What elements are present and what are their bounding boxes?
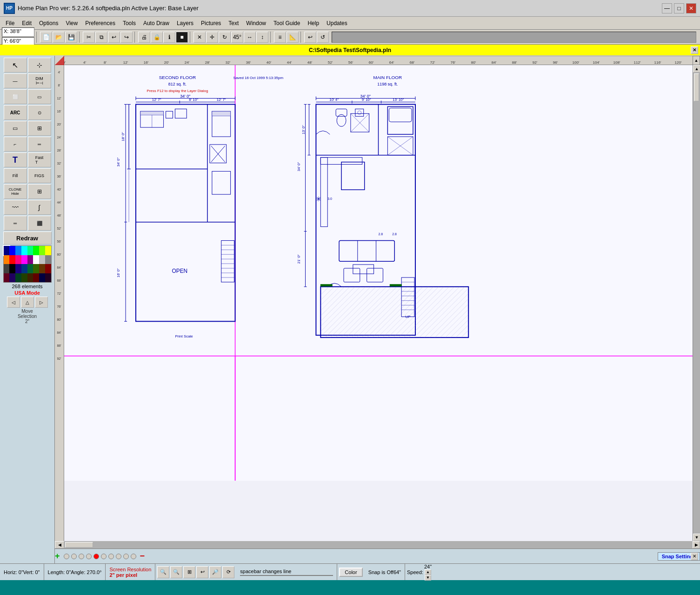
open-button[interactable]: 📂 <box>53 32 65 43</box>
symbol-tool[interactable]: ⊞ <box>28 184 51 199</box>
speed-down-button[interactable]: ▼ <box>425 575 431 581</box>
zoom-refresh-button[interactable]: ⟳ <box>222 566 234 578</box>
zoom-fit-button[interactable]: ⊞ <box>183 566 195 578</box>
menu-options[interactable]: Options <box>35 17 62 29</box>
rect-outline-tool[interactable]: ⬜ <box>4 89 27 104</box>
wave-tool[interactable]: 〰 <box>4 200 27 215</box>
layer-dot-10[interactable] <box>131 554 136 559</box>
color-cell-25[interactable] <box>9 273 15 283</box>
arrow-tool[interactable]: ↖ <box>4 58 27 73</box>
scroll-up-button[interactable]: ▲ <box>693 56 700 65</box>
curve-tool[interactable]: ∫ <box>28 200 51 215</box>
dim-tool[interactable]: DIM ⊢⊣ <box>28 73 51 88</box>
layer-dot-9[interactable] <box>123 554 129 559</box>
rotate45-button[interactable]: 45° <box>231 32 243 43</box>
color-cell-20[interactable] <box>27 264 33 273</box>
redo-button[interactable]: ↪ <box>120 32 133 43</box>
zoom-prev-button[interactable]: ↩ <box>196 566 208 578</box>
figs-tool[interactable]: FIGS <box>28 168 51 183</box>
flip-h-button[interactable]: ↔ <box>244 32 256 43</box>
minimize-button[interactable]: — <box>662 3 672 13</box>
color-cell-17[interactable] <box>9 264 15 273</box>
color-cell-6[interactable] <box>39 246 45 255</box>
color-cell-9[interactable] <box>9 255 15 264</box>
color-cell-14[interactable] <box>39 255 45 264</box>
layer-dot-active[interactable] <box>93 554 99 559</box>
zoom-out-button[interactable]: 🔍 <box>170 566 182 578</box>
color-cell-10[interactable] <box>15 255 21 264</box>
close-button[interactable]: ✕ <box>686 3 696 13</box>
remove-layer-button[interactable]: − <box>140 551 145 561</box>
menu-toolguide[interactable]: Tool Guide <box>270 17 304 29</box>
scroll-thumb-v[interactable] <box>694 73 699 101</box>
rect-tool[interactable]: ▭ <box>28 89 51 104</box>
list-button[interactable]: ≡ <box>274 32 286 43</box>
menu-autodraw[interactable]: Auto Draw <box>140 17 173 29</box>
color-cell-24[interactable] <box>4 273 10 283</box>
line-tool[interactable]: — <box>4 73 27 88</box>
layer-dot-7[interactable] <box>108 554 114 559</box>
menu-pictures[interactable]: Pictures <box>197 17 225 29</box>
color-cell-29[interactable] <box>33 273 39 283</box>
scroll-up-button[interactable]: ▲ <box>693 65 700 73</box>
drawing-area[interactable]: SECOND FLOOR 812 sq. ft. Press F12 to di… <box>64 65 693 541</box>
dot-bar-close-button[interactable]: ✕ <box>691 553 698 560</box>
undo-button[interactable]: ↩ <box>108 32 120 43</box>
box-tool[interactable]: ⬛ <box>28 216 51 231</box>
clone-tool[interactable]: CLONE Hide <box>4 184 27 199</box>
color-cell-22[interactable] <box>39 264 45 273</box>
color-cell-28[interactable] <box>27 273 33 283</box>
color-cell-16[interactable] <box>4 264 10 273</box>
step-tool[interactable]: ═ <box>28 137 51 152</box>
menu-help[interactable]: Help <box>304 17 323 29</box>
menu-window[interactable]: Window <box>242 17 270 29</box>
color-cell-13[interactable] <box>33 255 39 264</box>
scroll-thumb-h[interactable] <box>65 542 93 548</box>
select-tool[interactable]: ⊹ <box>28 58 51 73</box>
wall-tool[interactable]: ▭ <box>4 121 27 136</box>
circle-tool[interactable]: ⊙ <box>28 105 51 120</box>
menu-tools[interactable]: Tools <box>119 17 140 29</box>
refresh-button[interactable]: ↺ <box>317 32 329 43</box>
color-cell-7[interactable] <box>45 246 51 255</box>
speed-up-button[interactable]: ▲ <box>425 569 431 575</box>
color-button[interactable]: Color <box>339 568 362 577</box>
color-cell-3[interactable] <box>21 246 27 255</box>
arc-tool[interactable]: ARC <box>4 105 27 120</box>
add-layer-button[interactable]: + <box>55 551 60 561</box>
menu-preferences[interactable]: Preferences <box>81 17 119 29</box>
color-cell-2[interactable] <box>15 246 21 255</box>
cut-button[interactable]: ✂ <box>83 32 95 43</box>
measure-button[interactable]: 📐 <box>287 32 299 43</box>
scroll-left-end-button[interactable]: ◀ <box>55 541 64 549</box>
scroll-track-v[interactable] <box>693 73 700 534</box>
color-cell-19[interactable] <box>21 264 27 273</box>
color-cell-31[interactable] <box>45 273 51 283</box>
layer-dot-3[interactable] <box>79 554 84 559</box>
select-button[interactable]: ✕ <box>193 32 206 43</box>
color-cell-12[interactable] <box>27 255 33 264</box>
fill-button[interactable]: ■ <box>176 32 188 43</box>
color-cell-27[interactable] <box>21 273 27 283</box>
move-up-button[interactable]: △ <box>21 297 34 308</box>
text-tool[interactable]: T <box>4 152 27 167</box>
menu-layers[interactable]: Layers <box>173 17 197 29</box>
scroll-right-end-button[interactable]: ▶ <box>693 541 700 549</box>
copy-button[interactable]: ⧉ <box>95 32 107 43</box>
color-cell-4[interactable] <box>27 246 33 255</box>
menu-updates[interactable]: Updates <box>323 17 351 29</box>
save-button[interactable]: 💾 <box>65 32 77 43</box>
h-scroll-track[interactable] <box>64 541 693 549</box>
info-button[interactable]: ℹ <box>163 32 175 43</box>
menu-text[interactable]: Text <box>225 17 242 29</box>
scroll-down-button[interactable]: ▼ <box>693 534 700 541</box>
zoom-in-button[interactable]: 🔍 <box>157 566 169 578</box>
move-button[interactable]: ✛ <box>206 32 218 43</box>
path-bar-close-button[interactable]: ✕ <box>691 46 698 54</box>
redraw-button[interactable]: Redraw <box>3 231 52 245</box>
hline-tool[interactable]: ═ <box>4 216 27 231</box>
move-right-button[interactable]: ▷ <box>35 297 48 308</box>
zoom-window-button[interactable]: 🔎 <box>209 566 221 578</box>
color-cell-26[interactable] <box>15 273 21 283</box>
layer-dot-2[interactable] <box>71 554 77 559</box>
